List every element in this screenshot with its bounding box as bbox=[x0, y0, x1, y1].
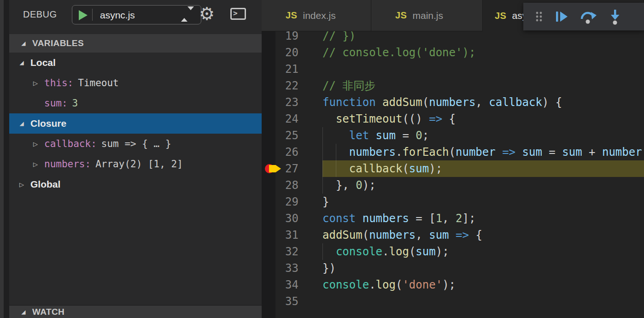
collapse-icon[interactable]: ◢ bbox=[18, 120, 26, 127]
code-token: sum bbox=[429, 229, 449, 241]
expand-icon[interactable]: ▷ bbox=[31, 80, 40, 87]
expand-icon[interactable]: ▷ bbox=[31, 161, 40, 168]
collapse-icon[interactable]: ◢ bbox=[19, 40, 28, 47]
code-token bbox=[322, 129, 349, 142]
code-token: function bbox=[322, 96, 376, 109]
breakpoint-gutter[interactable] bbox=[262, 243, 275, 260]
code-token: addSum bbox=[382, 96, 422, 109]
code-token: (() bbox=[402, 112, 429, 125]
code-text: const numbers = [1, 2]; bbox=[322, 210, 475, 227]
code-token: = [ bbox=[409, 212, 436, 225]
code-line-21[interactable]: 21 bbox=[262, 61, 644, 77]
code-token: numbers bbox=[349, 146, 396, 159]
breakpoint-gutter[interactable] bbox=[262, 94, 275, 111]
breakpoint-gutter[interactable] bbox=[262, 210, 275, 227]
code-token: ( bbox=[402, 162, 409, 175]
code-line-33[interactable]: 33}) bbox=[262, 260, 644, 277]
code-line-34[interactable]: 34console.log('done'); bbox=[262, 277, 644, 293]
code-token: . bbox=[382, 245, 389, 258]
code-token: => bbox=[429, 112, 442, 125]
step-into-button[interactable] bbox=[602, 5, 628, 29]
code-line-27[interactable]: 27 callback(sum); bbox=[262, 160, 644, 177]
variable-value: Array(2) [1, 2] bbox=[95, 159, 183, 170]
variable-value: Timeout bbox=[78, 77, 119, 88]
code-token bbox=[322, 112, 336, 125]
breakpoint-gutter[interactable] bbox=[262, 160, 275, 177]
variable-separator: : bbox=[68, 77, 74, 88]
start-debug-icon[interactable] bbox=[79, 10, 88, 20]
code-line-28[interactable]: 28 }, 0); bbox=[262, 177, 644, 194]
tab-label: index.js bbox=[303, 10, 335, 21]
code-line-35[interactable]: 35 bbox=[262, 293, 644, 310]
code-token: , bbox=[442, 212, 456, 225]
code-line-23[interactable]: 23function addSum(numbers, callback) { bbox=[262, 94, 644, 111]
code-token: ]; bbox=[462, 212, 475, 225]
breakpoint-gutter[interactable] bbox=[262, 227, 275, 243]
continue-button[interactable] bbox=[548, 5, 575, 29]
scope-local[interactable]: ◢Local bbox=[9, 53, 262, 73]
scope-closure[interactable]: ◢Closure bbox=[9, 113, 262, 134]
breakpoint-gutter[interactable] bbox=[262, 144, 275, 160]
collapse-icon[interactable]: ◢ bbox=[19, 309, 28, 315]
code-text: addSum(numbers, sum => { bbox=[322, 227, 482, 243]
code-token bbox=[369, 129, 375, 142]
watch-section-header[interactable]: ◢ WATCH bbox=[9, 305, 262, 318]
expand-icon[interactable]: ▷ bbox=[18, 181, 26, 188]
expand-icon[interactable]: ▷ bbox=[31, 141, 40, 147]
code-token bbox=[322, 146, 349, 159]
collapse-icon[interactable]: ◢ bbox=[18, 59, 26, 66]
dropdown-spinner-icon[interactable] bbox=[181, 10, 194, 18]
code-line-29[interactable]: 29} bbox=[262, 194, 644, 210]
variable-numbers[interactable]: ▷numbers:Array(2) [1, 2] bbox=[9, 154, 262, 174]
variables-section-header[interactable]: ◢ VARIABLES bbox=[9, 34, 262, 53]
code-line-25[interactable]: 25 let sum = 0; bbox=[262, 127, 644, 144]
line-number: 29 bbox=[275, 194, 299, 210]
code-line-31[interactable]: 31addSum(numbers, sum => { bbox=[262, 227, 644, 243]
code-text: // console.log('done'); bbox=[322, 44, 475, 61]
gear-icon[interactable]: ⚙ bbox=[199, 4, 215, 24]
variable-separator: : bbox=[85, 159, 91, 170]
vscode-debug-window: 19// })20// console.log('done');2122// 非… bbox=[0, 0, 644, 318]
code-token: sum bbox=[416, 245, 435, 258]
breakpoint-gutter[interactable] bbox=[262, 111, 275, 127]
code-line-30[interactable]: 30const numbers = [1, 2]; bbox=[262, 210, 644, 227]
code-line-20[interactable]: 20// console.log('done'); bbox=[262, 44, 644, 61]
code-token: console bbox=[322, 278, 369, 291]
variable-this[interactable]: ▷this:Timeout bbox=[9, 73, 262, 93]
code-line-32[interactable]: 32 console.log(sum); bbox=[262, 243, 644, 260]
editor-pane[interactable]: 19// })20// console.log('done');2122// 非… bbox=[262, 0, 644, 318]
breakpoint-gutter[interactable] bbox=[262, 177, 275, 194]
code-token bbox=[496, 146, 502, 159]
code-text: }, 0); bbox=[322, 177, 376, 194]
code-token: 1 bbox=[436, 212, 442, 225]
breakpoint-gutter[interactable] bbox=[262, 127, 275, 144]
tab-main.js[interactable]: JSmain.js bbox=[371, 0, 483, 31]
breakpoint-gutter[interactable] bbox=[262, 44, 275, 61]
code-token: sum bbox=[562, 146, 582, 159]
scope-global[interactable]: ▷Global bbox=[9, 174, 262, 194]
line-number: 28 bbox=[275, 177, 299, 194]
line-number: 30 bbox=[275, 210, 299, 227]
code-line-22[interactable]: 22// 非同步 bbox=[262, 77, 644, 94]
breakpoint-gutter[interactable] bbox=[262, 61, 275, 77]
variable-sum[interactable]: sum:3 bbox=[9, 93, 262, 113]
variable-name: sum bbox=[44, 98, 62, 109]
breakpoint-gutter[interactable] bbox=[262, 277, 275, 293]
step-over-button[interactable] bbox=[575, 5, 602, 29]
breakpoint-gutter[interactable] bbox=[262, 260, 275, 277]
tab-index.js[interactable]: JSindex.js bbox=[262, 0, 371, 31]
code-token bbox=[356, 212, 362, 225]
breakpoint-gutter[interactable] bbox=[262, 77, 275, 94]
code-token: . bbox=[369, 278, 375, 291]
debug-console-icon[interactable]: > bbox=[230, 8, 246, 20]
code-text: console.log(sum); bbox=[322, 243, 449, 260]
variable-name: numbers bbox=[44, 159, 85, 170]
toolbar-drag-handle-icon[interactable] bbox=[530, 5, 548, 29]
code-line-26[interactable]: 26 numbers.forEach(number => sum = sum +… bbox=[262, 144, 644, 160]
variable-callback[interactable]: ▷callback:sum => { … } bbox=[9, 134, 262, 154]
breakpoint-gutter[interactable] bbox=[262, 194, 275, 210]
launch-config-dropdown[interactable]: async.js bbox=[72, 5, 201, 24]
code-token: let bbox=[349, 129, 369, 142]
code-line-24[interactable]: 24 setTimeout(() => { bbox=[262, 111, 644, 127]
breakpoint-gutter[interactable] bbox=[262, 293, 275, 310]
